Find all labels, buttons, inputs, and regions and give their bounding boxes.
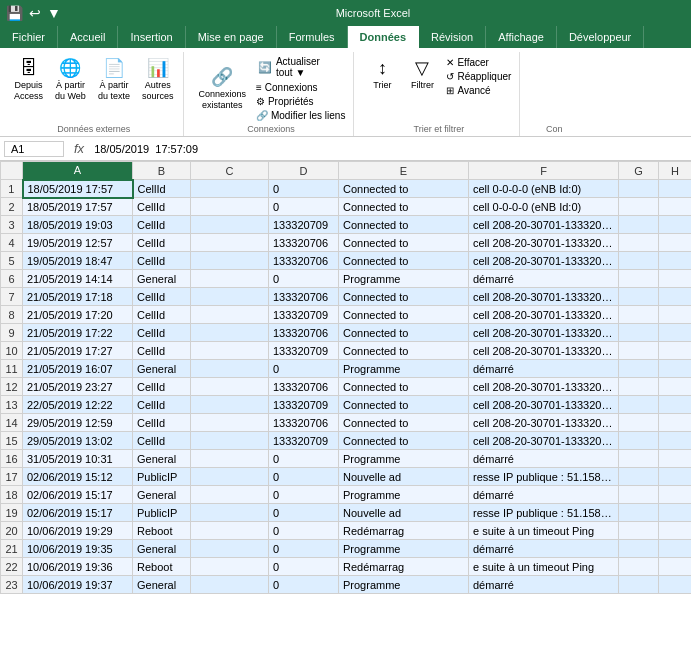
cell-B13[interactable]: CellId bbox=[133, 396, 191, 414]
cell-F18[interactable]: démarré bbox=[469, 486, 619, 504]
cell-H10[interactable] bbox=[659, 342, 692, 360]
cell-B12[interactable]: CellId bbox=[133, 378, 191, 396]
cell-F8[interactable]: cell 208-20-30701-133320709 (eNB Id:5207… bbox=[469, 306, 619, 324]
cell-H19[interactable] bbox=[659, 504, 692, 522]
cell-A19[interactable]: 02/06/2019 15:17 bbox=[23, 504, 133, 522]
btn-depuis-texte[interactable]: 📄 À partirdu texte bbox=[94, 54, 134, 104]
cell-C5[interactable] bbox=[191, 252, 269, 270]
cell-F22[interactable]: e suite à un timeout Ping bbox=[469, 558, 619, 576]
cell-B3[interactable]: CellId bbox=[133, 216, 191, 234]
cell-G5[interactable] bbox=[619, 252, 659, 270]
cell-E22[interactable]: Redémarrag bbox=[339, 558, 469, 576]
cell-D8[interactable]: 133320709 bbox=[269, 306, 339, 324]
col-header-f[interactable]: F bbox=[469, 162, 619, 180]
cell-E19[interactable]: Nouvelle ad bbox=[339, 504, 469, 522]
cell-E9[interactable]: Connected to bbox=[339, 324, 469, 342]
cell-C23[interactable] bbox=[191, 576, 269, 594]
cell-A20[interactable]: 10/06/2019 19:29 bbox=[23, 522, 133, 540]
cell-G22[interactable] bbox=[619, 558, 659, 576]
cell-G21[interactable] bbox=[619, 540, 659, 558]
cell-C10[interactable] bbox=[191, 342, 269, 360]
cell-C3[interactable] bbox=[191, 216, 269, 234]
tab-accueil[interactable]: Accueil bbox=[58, 26, 118, 48]
cell-A8[interactable]: 21/05/2019 17:20 bbox=[23, 306, 133, 324]
cell-D23[interactable]: 0 bbox=[269, 576, 339, 594]
save-icon[interactable]: 💾 bbox=[6, 5, 23, 21]
cell-F23[interactable]: démarré bbox=[469, 576, 619, 594]
cell-E1[interactable]: Connected to bbox=[339, 180, 469, 198]
cell-D6[interactable]: 0 bbox=[269, 270, 339, 288]
customize-icon[interactable]: ▼ bbox=[47, 5, 61, 21]
btn-modifier-liens[interactable]: 🔗 Modifier les liens bbox=[254, 109, 347, 122]
cell-A4[interactable]: 19/05/2019 12:57 bbox=[23, 234, 133, 252]
cell-F2[interactable]: cell 0-0-0-0 (eNB Id:0) bbox=[469, 198, 619, 216]
cell-G23[interactable] bbox=[619, 576, 659, 594]
cell-B16[interactable]: General bbox=[133, 450, 191, 468]
cell-C13[interactable] bbox=[191, 396, 269, 414]
cell-D7[interactable]: 133320706 bbox=[269, 288, 339, 306]
tab-insertion[interactable]: Insertion bbox=[118, 26, 185, 48]
formula-input[interactable] bbox=[90, 142, 687, 156]
cell-E15[interactable]: Connected to bbox=[339, 432, 469, 450]
btn-trier[interactable]: ↕ Trier bbox=[364, 54, 400, 93]
cell-C7[interactable] bbox=[191, 288, 269, 306]
cell-F1[interactable]: cell 0-0-0-0 (eNB Id:0) bbox=[469, 180, 619, 198]
cell-G11[interactable] bbox=[619, 360, 659, 378]
cell-C17[interactable] bbox=[191, 468, 269, 486]
btn-autres-sources[interactable]: 📊 Autressources bbox=[138, 54, 178, 104]
cell-C20[interactable] bbox=[191, 522, 269, 540]
btn-avance[interactable]: ⊞ Avancé bbox=[444, 84, 513, 97]
cell-G13[interactable] bbox=[619, 396, 659, 414]
cell-C14[interactable] bbox=[191, 414, 269, 432]
cell-E20[interactable]: Redémarrag bbox=[339, 522, 469, 540]
cell-E12[interactable]: Connected to bbox=[339, 378, 469, 396]
cell-E16[interactable]: Programme bbox=[339, 450, 469, 468]
cell-G18[interactable] bbox=[619, 486, 659, 504]
cell-F17[interactable]: resse IP publique : 51.158.XXX.XXX bbox=[469, 468, 619, 486]
cell-D2[interactable]: 0 bbox=[269, 198, 339, 216]
cell-F14[interactable]: cell 208-20-30701-133320706 (eNB Id:5207… bbox=[469, 414, 619, 432]
cell-B22[interactable]: Reboot bbox=[133, 558, 191, 576]
tab-revision[interactable]: Révision bbox=[419, 26, 486, 48]
col-header-e[interactable]: E bbox=[339, 162, 469, 180]
cell-H22[interactable] bbox=[659, 558, 692, 576]
tab-donnees[interactable]: Données bbox=[348, 26, 419, 48]
cell-B1[interactable]: CellId bbox=[133, 180, 191, 198]
cell-C18[interactable] bbox=[191, 486, 269, 504]
cell-D21[interactable]: 0 bbox=[269, 540, 339, 558]
cell-A6[interactable]: 21/05/2019 14:14 bbox=[23, 270, 133, 288]
cell-F9[interactable]: cell 208-20-30701-133320706 (eNB Id:5207… bbox=[469, 324, 619, 342]
col-header-h[interactable]: H bbox=[659, 162, 692, 180]
cell-A11[interactable]: 21/05/2019 16:07 bbox=[23, 360, 133, 378]
cell-H20[interactable] bbox=[659, 522, 692, 540]
cell-A14[interactable]: 29/05/2019 12:59 bbox=[23, 414, 133, 432]
cell-E23[interactable]: Programme bbox=[339, 576, 469, 594]
cell-D1[interactable]: 0 bbox=[269, 180, 339, 198]
cell-C15[interactable] bbox=[191, 432, 269, 450]
cell-E10[interactable]: Connected to bbox=[339, 342, 469, 360]
cell-A16[interactable]: 31/05/2019 10:31 bbox=[23, 450, 133, 468]
cell-C12[interactable] bbox=[191, 378, 269, 396]
cell-C6[interactable] bbox=[191, 270, 269, 288]
cell-E5[interactable]: Connected to bbox=[339, 252, 469, 270]
cell-A17[interactable]: 02/06/2019 15:12 bbox=[23, 468, 133, 486]
cell-H18[interactable] bbox=[659, 486, 692, 504]
cell-B14[interactable]: CellId bbox=[133, 414, 191, 432]
cell-G4[interactable] bbox=[619, 234, 659, 252]
cell-C2[interactable] bbox=[191, 198, 269, 216]
cell-A13[interactable]: 22/05/2019 12:22 bbox=[23, 396, 133, 414]
cell-F3[interactable]: cell 208-20-30701-133320709 (eNB Id:5207… bbox=[469, 216, 619, 234]
cell-F16[interactable]: démarré bbox=[469, 450, 619, 468]
cell-B21[interactable]: General bbox=[133, 540, 191, 558]
cell-E11[interactable]: Programme bbox=[339, 360, 469, 378]
cell-H16[interactable] bbox=[659, 450, 692, 468]
cell-C21[interactable] bbox=[191, 540, 269, 558]
cell-D13[interactable]: 133320709 bbox=[269, 396, 339, 414]
cell-G9[interactable] bbox=[619, 324, 659, 342]
cell-E14[interactable]: Connected to bbox=[339, 414, 469, 432]
cell-D17[interactable]: 0 bbox=[269, 468, 339, 486]
cell-H2[interactable] bbox=[659, 198, 692, 216]
btn-proprietes[interactable]: ⚙ Propriétés bbox=[254, 95, 347, 108]
cell-C22[interactable] bbox=[191, 558, 269, 576]
cell-A2[interactable]: 18/05/2019 17:57 bbox=[23, 198, 133, 216]
